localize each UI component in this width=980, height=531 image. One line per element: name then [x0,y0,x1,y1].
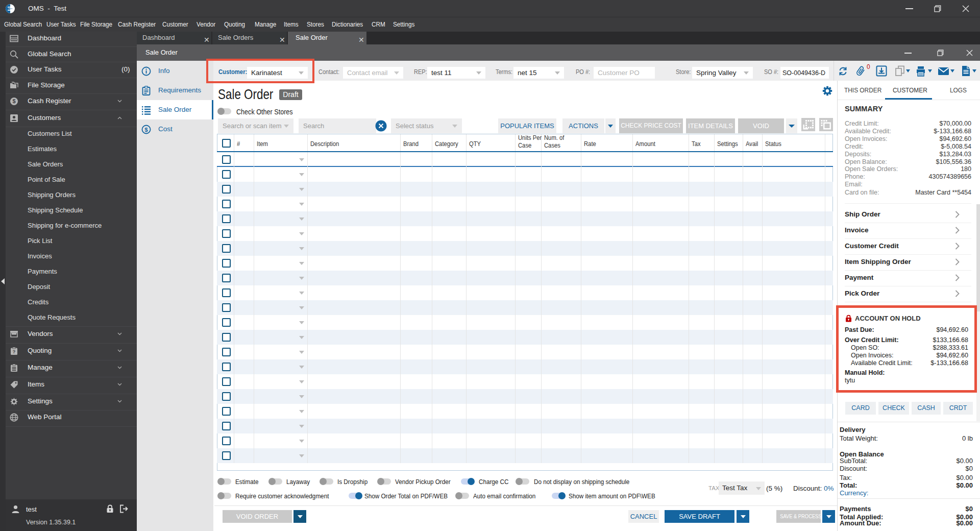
svg-text:?: ? [13,349,16,354]
svg-text:$: $ [12,98,15,104]
svg-text:$: $ [144,127,148,133]
